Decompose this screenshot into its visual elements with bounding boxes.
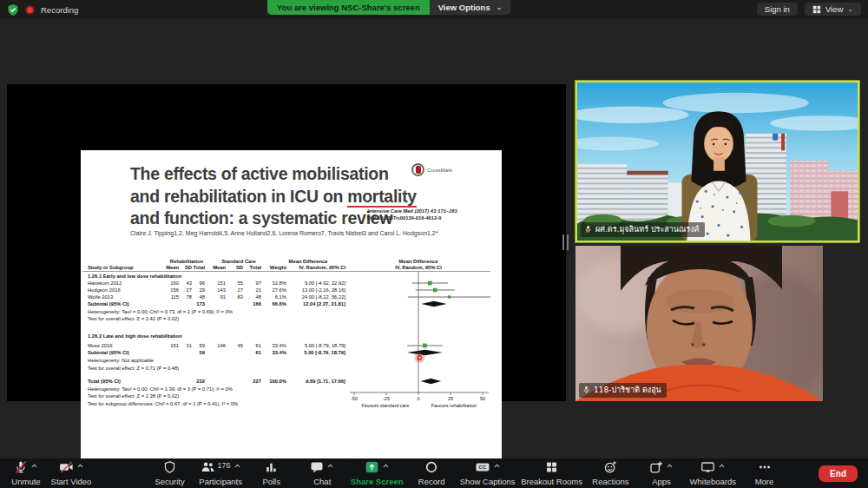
whiteboards-chevron-icon[interactable] [717, 461, 726, 477]
toolbar-item-reactions[interactable]: Reactions [588, 458, 633, 488]
chat-chevron-icon[interactable] [326, 461, 334, 477]
participant-name-tag: 118-ปาริชาติ ดงอุ่น [579, 383, 667, 398]
svg-text:Test for overall effect: Z = 0: Test for overall effect: Z = 0.71 (P = 0… [88, 366, 179, 371]
svg-text:59: 59 [200, 343, 205, 348]
svg-text:151: 151 [170, 343, 179, 348]
participants-count: 176 [218, 461, 231, 470]
toolbar-item-start-video[interactable]: Start Video [49, 458, 94, 488]
svg-text:Favours rehabilitation: Favours rehabilitation [431, 403, 477, 408]
svg-text:Mean: Mean [166, 265, 179, 270]
meeting-stage: The effects of active mobilisation and r… [0, 19, 868, 458]
mic-muted-icon [14, 460, 28, 478]
participants-chevron-icon[interactable] [233, 461, 241, 477]
toolbar-item-share-screen[interactable]: Share Screen [351, 458, 404, 488]
end-meeting-button[interactable]: End [819, 465, 858, 482]
svg-text:Heterogeneity: Tau² = 0.00; Ch: Heterogeneity: Tau² = 0.00; Chi² = 0.73,… [88, 309, 233, 314]
polls-icon [265, 460, 278, 478]
svg-text:12.04 [2.27, 21.81]: 12.04 [2.27, 21.81] [303, 301, 345, 307]
share-screen-chevron-icon[interactable] [381, 461, 390, 477]
shared-slide: The effects of active mobilisation and r… [81, 150, 502, 465]
svg-text:100.0%: 100.0% [269, 379, 286, 384]
svg-text:Subtotal (95% CI): Subtotal (95% CI) [88, 301, 129, 307]
svg-text:48: 48 [256, 294, 261, 300]
video-tile-speaker-1[interactable]: ผศ.ดร.มุจลินทร์ ประสานณรงค์ [575, 81, 859, 242]
view-options-label: View Options [438, 0, 490, 15]
apps-chevron-icon[interactable] [665, 461, 674, 477]
paper-title-line1: The effects of active mobilisation [130, 164, 389, 183]
toolbar-item-label: Start Video [51, 477, 92, 486]
svg-text:Total (95% CI): Total (95% CI) [88, 379, 121, 384]
paper-title-underlined-word: mortality [347, 187, 417, 208]
svg-text:33.4%: 33.4% [273, 343, 286, 348]
svg-text:13.00 [-2.16, 28.16]: 13.00 [-2.16, 28.16] [302, 287, 346, 293]
svg-text:29: 29 [200, 287, 205, 293]
toolbar-item-security[interactable]: Security [148, 458, 193, 488]
toolbar-item-show-captions[interactable]: CCShow Captions [460, 458, 516, 488]
crossmark-label: CrossMark [427, 168, 452, 173]
panel-resize-handle[interactable] [562, 234, 569, 250]
svg-text:0: 0 [417, 396, 419, 401]
mic-muted-icon [582, 386, 590, 394]
screen-share-banner-group: You are viewing NSC-Share's screen View … [267, 0, 510, 15]
view-options-button[interactable]: View Options ⌄ [430, 0, 511, 15]
toolbar-item-label: Unmute [11, 477, 40, 486]
svg-text:Heterogeneity: Not applicable: Heterogeneity: Not applicable [88, 358, 154, 363]
svg-text:43: 43 [187, 280, 192, 286]
toolbar-item-polls[interactable]: Polls [249, 458, 294, 488]
unmute-chevron-icon[interactable] [30, 461, 38, 477]
svg-text:27.6%: 27.6% [273, 287, 286, 293]
video-muted-icon [59, 460, 74, 478]
svg-text:31: 31 [187, 343, 192, 348]
toolbar-item-label: Participants [199, 477, 242, 486]
svg-text:Test for overall effect: Z = 2: Test for overall effect: Z = 2.38 (P = 0… [88, 393, 179, 399]
toolbar-item-label: Whiteboards [690, 477, 736, 486]
svg-text:-50: -50 [351, 396, 358, 401]
svg-text:55: 55 [238, 280, 243, 286]
view-button[interactable]: View ⌄ [805, 3, 861, 16]
laser-pointer-dot [414, 353, 424, 363]
svg-text:96: 96 [200, 280, 205, 286]
svg-text:45: 45 [238, 343, 243, 348]
toolbar-item-chat[interactable]: Chat [299, 458, 345, 488]
svg-text:33.4%: 33.4% [273, 350, 286, 355]
toolbar-item-participants[interactable]: 176Participants [198, 458, 243, 488]
toolbar-item-unmute[interactable]: Unmute [3, 458, 49, 488]
toolbar-item-more[interactable]: More [742, 458, 787, 488]
svg-text:SD: SD [185, 265, 192, 270]
svg-text:59: 59 [200, 350, 206, 355]
svg-text:115: 115 [171, 294, 179, 300]
toolbar-item-whiteboards[interactable]: Whiteboards [690, 458, 736, 488]
toolbar-item-label: Show Captions [460, 477, 516, 486]
svg-text:83: 83 [238, 294, 243, 300]
svg-text:Mean Difference: Mean Difference [399, 259, 439, 264]
recording-indicator-group: Recording [7, 3, 78, 16]
more-icon [758, 460, 772, 478]
toolbar-item-breakout-rooms[interactable]: Breakout Rooms [521, 458, 582, 488]
toolbar-item-apps[interactable]: Apps [639, 458, 684, 488]
record-icon [424, 460, 438, 478]
journal-reference: Intensive Care Med (2017) 43:171–183 DOI… [367, 208, 457, 221]
show-captions-chevron-icon[interactable] [492, 461, 501, 477]
svg-text:Rehabilitation: Rehabilitation [170, 259, 204, 264]
video-tile-participant-2[interactable]: 118-ปาริชาติ ดงอุ่น [575, 246, 823, 401]
cc-icon: CC [475, 460, 490, 478]
svg-text:Standard Care: Standard Care [221, 259, 256, 264]
apps-icon [649, 460, 663, 478]
meeting-info-shield-icon[interactable] [7, 3, 19, 16]
view-label: View [825, 4, 843, 14]
participants-icon [201, 460, 215, 478]
sign-in-button[interactable]: Sign in [757, 3, 798, 16]
svg-text:IV, Random, 95% CI: IV, Random, 95% CI [395, 265, 442, 270]
svg-text:173: 173 [196, 301, 205, 307]
svg-text:Total: Total [194, 265, 206, 270]
svg-text:66.6%: 66.6% [273, 301, 286, 307]
svg-text:1.26.1 Early and low dose reha: 1.26.1 Early and low dose rehabilitation [88, 274, 182, 279]
zoom-meeting-window: Recording You are viewing NSC-Share's sc… [0, 0, 868, 488]
start-video-chevron-icon[interactable] [76, 461, 84, 477]
toolbar-right-group: End [819, 458, 868, 488]
svg-text:227: 227 [253, 379, 261, 384]
svg-text:156: 156 [170, 287, 179, 293]
toolbar-item-record[interactable]: Record [409, 458, 454, 488]
svg-text:Moss 2016: Moss 2016 [88, 343, 112, 348]
svg-text:IV, Random, 95% CI: IV, Random, 95% CI [299, 265, 345, 270]
